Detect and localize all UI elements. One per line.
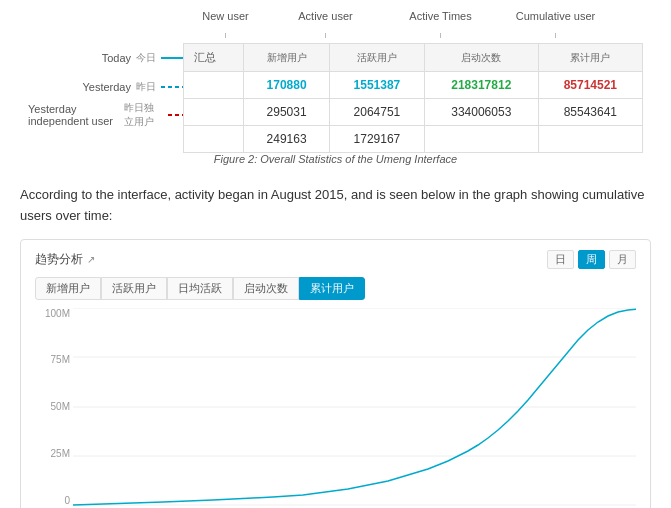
tab-new-user[interactable]: 新增用户 [35,277,101,300]
row-label-today: Today 今日 [28,43,183,73]
yesterday-cumulative: 85543641 [538,99,642,126]
y-label-0: 0 [35,495,70,506]
y-label-50m: 50M [35,401,70,412]
col-header-cumulative-user: Cumulative user [501,10,611,22]
chart-title-area: 趋势分析 ↗ [35,251,95,268]
figure2-caption: Figure 2: Overall Statistics of the Umen… [214,153,457,165]
today-line-indicator [161,57,183,59]
independent-active-user: 1729167 [329,126,424,153]
chart-section: 趋势分析 ↗ 日 周 月 新增用户 活跃用户 日均活跃 启动次数 累计用户 0 … [20,239,651,508]
yesterday-label [184,99,244,126]
today-new-user: 170880 [244,72,330,99]
table-row-independent: 249163 1729167 [184,126,643,153]
today-active-user: 1551387 [329,72,424,99]
tab-active-user[interactable]: 活跃用户 [101,277,167,300]
period-btn-day[interactable]: 日 [547,250,574,269]
table-header-active-times: 启动次数 [424,44,538,72]
y-label-100m: 100M [35,308,70,319]
body-text: According to the interface, activity beg… [20,185,651,227]
y-label-25m: 25M [35,448,70,459]
row-label-independent: Yesterday independent user 昨日独立用户 [28,101,183,129]
table-header-new-user: 新增用户 [244,44,330,72]
chart-title: 趋势分析 [35,251,83,268]
tab-cumulative[interactable]: 累计用户 [299,277,365,300]
tab-launches[interactable]: 启动次数 [233,277,299,300]
yesterday-active-times: 334006053 [424,99,538,126]
table-row-yesterday: 295031 2064751 334006053 85543641 [184,99,643,126]
yesterday-active-user: 2064751 [329,99,424,126]
table-row-today: 170880 1551387 218317812 85714521 [184,72,643,99]
today-label [184,72,244,99]
table-header-cumulative: 累计用户 [538,44,642,72]
yesterday-line-indicator [161,86,183,88]
chart-area: 0 25M 50M 75M 100M 08-02 09-13 10-25 12-… [73,308,636,508]
period-btn-week[interactable]: 周 [578,250,605,269]
stats-table: 汇总 新增用户 活跃用户 启动次数 累计用户 170880 1551387 21… [183,43,643,153]
yesterday-new-user: 295031 [244,99,330,126]
table-header-huizong: 汇总 [184,44,244,72]
today-cumulative: 85714521 [538,72,642,99]
col-header-active-times: Active Times [381,10,501,22]
period-buttons[interactable]: 日 周 月 [547,250,636,269]
independent-label [184,126,244,153]
chart-header: 趋势分析 ↗ 日 周 月 [35,250,636,269]
y-axis-labels: 0 25M 50M 75M 100M [35,308,70,506]
independent-active-times [424,126,538,153]
independent-new-user: 249163 [244,126,330,153]
chart-tabs[interactable]: 新增用户 活跃用户 日均活跃 启动次数 累计用户 [35,277,636,300]
independent-cumulative [538,126,642,153]
row-labels: Today 今日 Yesterday 昨日 Yesterday independ… [28,43,183,129]
tab-daily-active[interactable]: 日均活跃 [167,277,233,300]
table-header-active-user: 活跃用户 [329,44,424,72]
independent-line-indicator [168,114,183,116]
stats-section: New user Active user Active Times Cumula… [20,10,651,171]
y-label-75m: 75M [35,354,70,365]
col-header-active-user: Active user [271,10,381,22]
col-header-new-user: New user [181,10,271,22]
chart-svg [73,308,636,506]
today-active-times: 218317812 [424,72,538,99]
row-label-yesterday: Yesterday 昨日 [28,73,183,101]
analysis-icon: ↗ [87,254,95,265]
period-btn-month[interactable]: 月 [609,250,636,269]
